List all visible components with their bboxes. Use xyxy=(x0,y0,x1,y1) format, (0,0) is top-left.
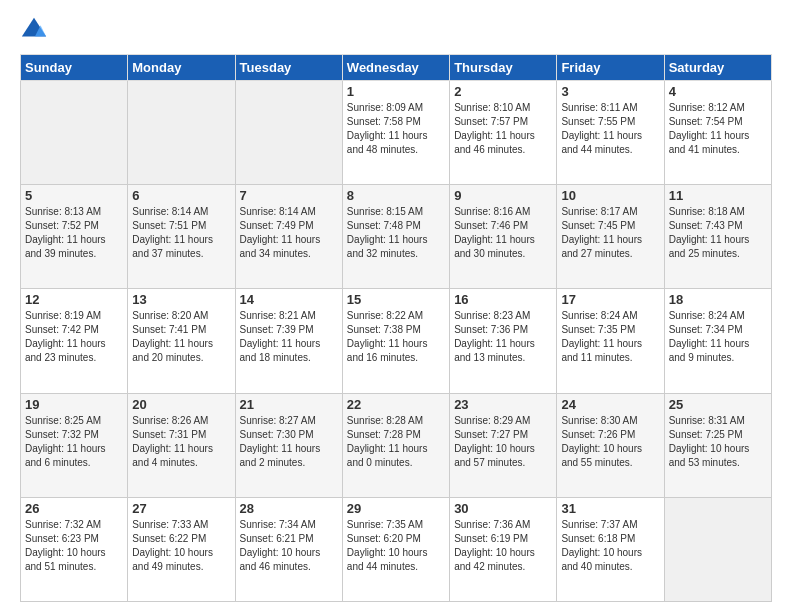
day-number: 23 xyxy=(454,397,552,412)
day-info: Sunrise: 7:35 AM Sunset: 6:20 PM Dayligh… xyxy=(347,518,445,574)
day-cell: 24Sunrise: 8:30 AM Sunset: 7:26 PM Dayli… xyxy=(557,393,664,497)
day-cell xyxy=(664,497,771,601)
day-cell: 7Sunrise: 8:14 AM Sunset: 7:49 PM Daylig… xyxy=(235,185,342,289)
day-cell: 12Sunrise: 8:19 AM Sunset: 7:42 PM Dayli… xyxy=(21,289,128,393)
day-cell: 18Sunrise: 8:24 AM Sunset: 7:34 PM Dayli… xyxy=(664,289,771,393)
day-number: 22 xyxy=(347,397,445,412)
day-info: Sunrise: 7:37 AM Sunset: 6:18 PM Dayligh… xyxy=(561,518,659,574)
day-info: Sunrise: 7:34 AM Sunset: 6:21 PM Dayligh… xyxy=(240,518,338,574)
day-cell: 25Sunrise: 8:31 AM Sunset: 7:25 PM Dayli… xyxy=(664,393,771,497)
day-info: Sunrise: 7:33 AM Sunset: 6:22 PM Dayligh… xyxy=(132,518,230,574)
day-cell: 30Sunrise: 7:36 AM Sunset: 6:19 PM Dayli… xyxy=(450,497,557,601)
day-info: Sunrise: 7:32 AM Sunset: 6:23 PM Dayligh… xyxy=(25,518,123,574)
day-header-friday: Friday xyxy=(557,55,664,81)
day-cell: 26Sunrise: 7:32 AM Sunset: 6:23 PM Dayli… xyxy=(21,497,128,601)
day-cell: 10Sunrise: 8:17 AM Sunset: 7:45 PM Dayli… xyxy=(557,185,664,289)
day-number: 9 xyxy=(454,188,552,203)
calendar: SundayMondayTuesdayWednesdayThursdayFrid… xyxy=(20,54,772,602)
day-number: 31 xyxy=(561,501,659,516)
day-number: 25 xyxy=(669,397,767,412)
day-cell: 19Sunrise: 8:25 AM Sunset: 7:32 PM Dayli… xyxy=(21,393,128,497)
day-cell: 20Sunrise: 8:26 AM Sunset: 7:31 PM Dayli… xyxy=(128,393,235,497)
day-number: 15 xyxy=(347,292,445,307)
week-row-1: 5Sunrise: 8:13 AM Sunset: 7:52 PM Daylig… xyxy=(21,185,772,289)
day-info: Sunrise: 8:30 AM Sunset: 7:26 PM Dayligh… xyxy=(561,414,659,470)
day-number: 18 xyxy=(669,292,767,307)
day-number: 7 xyxy=(240,188,338,203)
day-number: 13 xyxy=(132,292,230,307)
day-info: Sunrise: 8:13 AM Sunset: 7:52 PM Dayligh… xyxy=(25,205,123,261)
day-info: Sunrise: 8:11 AM Sunset: 7:55 PM Dayligh… xyxy=(561,101,659,157)
day-cell xyxy=(21,81,128,185)
logo-icon xyxy=(20,16,48,44)
day-cell: 11Sunrise: 8:18 AM Sunset: 7:43 PM Dayli… xyxy=(664,185,771,289)
day-cell: 2Sunrise: 8:10 AM Sunset: 7:57 PM Daylig… xyxy=(450,81,557,185)
day-info: Sunrise: 8:09 AM Sunset: 7:58 PM Dayligh… xyxy=(347,101,445,157)
day-header-sunday: Sunday xyxy=(21,55,128,81)
day-info: Sunrise: 8:16 AM Sunset: 7:46 PM Dayligh… xyxy=(454,205,552,261)
day-info: Sunrise: 7:36 AM Sunset: 6:19 PM Dayligh… xyxy=(454,518,552,574)
day-info: Sunrise: 8:14 AM Sunset: 7:49 PM Dayligh… xyxy=(240,205,338,261)
day-info: Sunrise: 8:24 AM Sunset: 7:34 PM Dayligh… xyxy=(669,309,767,365)
week-row-3: 19Sunrise: 8:25 AM Sunset: 7:32 PM Dayli… xyxy=(21,393,772,497)
day-number: 14 xyxy=(240,292,338,307)
day-info: Sunrise: 8:18 AM Sunset: 7:43 PM Dayligh… xyxy=(669,205,767,261)
day-header-monday: Monday xyxy=(128,55,235,81)
day-info: Sunrise: 8:21 AM Sunset: 7:39 PM Dayligh… xyxy=(240,309,338,365)
day-number: 16 xyxy=(454,292,552,307)
day-number: 21 xyxy=(240,397,338,412)
day-number: 12 xyxy=(25,292,123,307)
day-info: Sunrise: 8:12 AM Sunset: 7:54 PM Dayligh… xyxy=(669,101,767,157)
day-cell xyxy=(235,81,342,185)
day-info: Sunrise: 8:20 AM Sunset: 7:41 PM Dayligh… xyxy=(132,309,230,365)
day-cell: 1Sunrise: 8:09 AM Sunset: 7:58 PM Daylig… xyxy=(342,81,449,185)
day-header-wednesday: Wednesday xyxy=(342,55,449,81)
day-cell: 3Sunrise: 8:11 AM Sunset: 7:55 PM Daylig… xyxy=(557,81,664,185)
day-number: 27 xyxy=(132,501,230,516)
day-info: Sunrise: 8:31 AM Sunset: 7:25 PM Dayligh… xyxy=(669,414,767,470)
day-cell: 14Sunrise: 8:21 AM Sunset: 7:39 PM Dayli… xyxy=(235,289,342,393)
day-info: Sunrise: 8:10 AM Sunset: 7:57 PM Dayligh… xyxy=(454,101,552,157)
day-cell: 8Sunrise: 8:15 AM Sunset: 7:48 PM Daylig… xyxy=(342,185,449,289)
week-row-4: 26Sunrise: 7:32 AM Sunset: 6:23 PM Dayli… xyxy=(21,497,772,601)
day-number: 10 xyxy=(561,188,659,203)
day-number: 29 xyxy=(347,501,445,516)
day-info: Sunrise: 8:19 AM Sunset: 7:42 PM Dayligh… xyxy=(25,309,123,365)
page: SundayMondayTuesdayWednesdayThursdayFrid… xyxy=(0,0,792,612)
day-cell: 4Sunrise: 8:12 AM Sunset: 7:54 PM Daylig… xyxy=(664,81,771,185)
day-info: Sunrise: 8:25 AM Sunset: 7:32 PM Dayligh… xyxy=(25,414,123,470)
day-number: 4 xyxy=(669,84,767,99)
day-cell: 5Sunrise: 8:13 AM Sunset: 7:52 PM Daylig… xyxy=(21,185,128,289)
day-info: Sunrise: 8:15 AM Sunset: 7:48 PM Dayligh… xyxy=(347,205,445,261)
day-info: Sunrise: 8:26 AM Sunset: 7:31 PM Dayligh… xyxy=(132,414,230,470)
day-number: 26 xyxy=(25,501,123,516)
day-number: 11 xyxy=(669,188,767,203)
day-number: 20 xyxy=(132,397,230,412)
logo xyxy=(20,16,52,44)
day-cell: 15Sunrise: 8:22 AM Sunset: 7:38 PM Dayli… xyxy=(342,289,449,393)
day-cell xyxy=(128,81,235,185)
day-number: 5 xyxy=(25,188,123,203)
day-info: Sunrise: 8:22 AM Sunset: 7:38 PM Dayligh… xyxy=(347,309,445,365)
day-number: 28 xyxy=(240,501,338,516)
day-cell: 21Sunrise: 8:27 AM Sunset: 7:30 PM Dayli… xyxy=(235,393,342,497)
day-number: 8 xyxy=(347,188,445,203)
day-cell: 31Sunrise: 7:37 AM Sunset: 6:18 PM Dayli… xyxy=(557,497,664,601)
week-row-2: 12Sunrise: 8:19 AM Sunset: 7:42 PM Dayli… xyxy=(21,289,772,393)
day-info: Sunrise: 8:24 AM Sunset: 7:35 PM Dayligh… xyxy=(561,309,659,365)
day-number: 1 xyxy=(347,84,445,99)
day-number: 6 xyxy=(132,188,230,203)
day-header-tuesday: Tuesday xyxy=(235,55,342,81)
day-cell: 22Sunrise: 8:28 AM Sunset: 7:28 PM Dayli… xyxy=(342,393,449,497)
day-cell: 28Sunrise: 7:34 AM Sunset: 6:21 PM Dayli… xyxy=(235,497,342,601)
day-info: Sunrise: 8:29 AM Sunset: 7:27 PM Dayligh… xyxy=(454,414,552,470)
day-cell: 27Sunrise: 7:33 AM Sunset: 6:22 PM Dayli… xyxy=(128,497,235,601)
day-number: 3 xyxy=(561,84,659,99)
day-cell: 23Sunrise: 8:29 AM Sunset: 7:27 PM Dayli… xyxy=(450,393,557,497)
day-number: 19 xyxy=(25,397,123,412)
day-info: Sunrise: 8:23 AM Sunset: 7:36 PM Dayligh… xyxy=(454,309,552,365)
day-info: Sunrise: 8:17 AM Sunset: 7:45 PM Dayligh… xyxy=(561,205,659,261)
day-cell: 29Sunrise: 7:35 AM Sunset: 6:20 PM Dayli… xyxy=(342,497,449,601)
day-info: Sunrise: 8:27 AM Sunset: 7:30 PM Dayligh… xyxy=(240,414,338,470)
day-header-thursday: Thursday xyxy=(450,55,557,81)
